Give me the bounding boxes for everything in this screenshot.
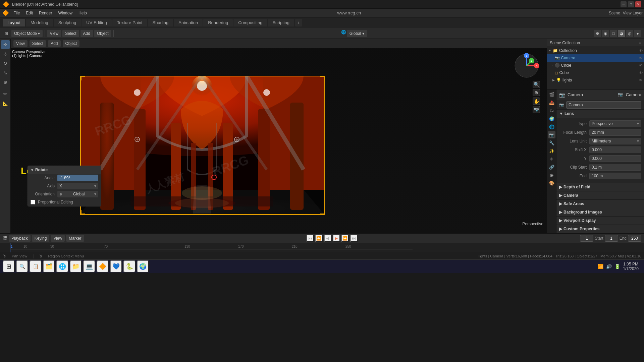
menu-render[interactable]: Render	[36, 10, 55, 16]
menu-help[interactable]: Help	[76, 10, 90, 16]
tab-compositing[interactable]: Compositing	[233, 19, 267, 26]
rotate-tool[interactable]: ↻	[1, 59, 10, 68]
shading-material[interactable]: ◎	[626, 30, 633, 37]
clip-end-value[interactable]: 100 m	[589, 173, 641, 179]
global-dropdown[interactable]: Global ▾	[347, 30, 367, 37]
outliner-item-lights[interactable]: ▶ 💡 lights 👁	[547, 76, 644, 84]
step-forward-button[interactable]: ⏩	[341, 235, 349, 242]
object-menu-button[interactable]: Object	[94, 30, 111, 37]
viewport-add-menu[interactable]: Add	[48, 40, 60, 47]
transform-gizmo-toggle[interactable]: ⚙	[594, 30, 601, 37]
tab-uv-editing[interactable]: UV Editing	[82, 19, 111, 26]
background-images-header[interactable]: ▶ Background Images	[556, 208, 644, 216]
viewport-view-menu[interactable]: View	[13, 40, 28, 47]
outliner-item-cube[interactable]: · ◻ Cube 👁	[547, 69, 644, 76]
outliner-item-camera[interactable]: · 📷 Camera 👁	[547, 54, 644, 62]
minimize-button[interactable]: ─	[621, 1, 627, 7]
jump-start-button[interactable]: ⏮	[307, 235, 314, 242]
tab-rendering[interactable]: Rendering	[203, 19, 233, 26]
tab-scripting[interactable]: Scripting	[268, 19, 294, 26]
mode-icons-button[interactable]: ⊞	[3, 30, 10, 37]
tab-animation[interactable]: Animation	[174, 19, 203, 26]
start-button[interactable]: ⊞	[3, 260, 15, 273]
object-mode-dropdown[interactable]: Object Mode ▾	[11, 30, 43, 37]
play-reverse-button[interactable]: ◀	[324, 235, 331, 242]
taskbar-cmd[interactable]: 💻	[83, 260, 95, 273]
tab-sculpting[interactable]: Sculpting	[54, 19, 81, 26]
annotate-tool[interactable]: ✏	[1, 89, 10, 98]
end-frame-input[interactable]	[628, 235, 641, 242]
navigation-gizmo[interactable]: Y X Z	[513, 52, 540, 79]
viewport-select-menu[interactable]: Select	[30, 40, 46, 47]
tab-shading[interactable]: Shading	[148, 19, 173, 26]
proportional-editing-checkbox[interactable]	[31, 200, 35, 204]
lens-section-header[interactable]: ▼ Lens	[556, 110, 644, 118]
shading-solid[interactable]: ◕	[618, 30, 625, 37]
constraints-tab[interactable]: 🔗	[548, 163, 555, 171]
timeline-ruler[interactable]: 1 10 30 70 130 170 210 250	[0, 243, 644, 252]
viewport-display-header[interactable]: ▶ Viewport Display	[556, 217, 644, 225]
shading-rendered[interactable]: ●	[634, 30, 641, 37]
outliner-item-collection[interactable]: ▼ 📁 Collection 👁	[547, 47, 644, 54]
object-properties-tab[interactable]: 📷	[548, 131, 555, 138]
render-properties-tab[interactable]: 🎬	[548, 91, 555, 98]
taskbar-edge[interactable]: 🌐	[56, 260, 68, 273]
transform-tool[interactable]: ⊕	[1, 78, 10, 86]
step-back-button[interactable]: ⏪	[315, 235, 323, 242]
angle-value[interactable]: -1.89°	[57, 175, 98, 181]
maximize-button[interactable]: □	[628, 1, 634, 7]
taskbar-files[interactable]: 📁	[70, 260, 82, 273]
add-workspace-button[interactable]: +	[295, 19, 302, 26]
keying-menu[interactable]: Keying	[32, 235, 50, 242]
particles-tab[interactable]: ✨	[548, 147, 555, 155]
shift-y-value[interactable]: 0.000	[589, 155, 641, 162]
taskbar-vscode[interactable]: 💙	[110, 260, 122, 273]
search-button[interactable]: 🔍	[16, 260, 28, 273]
taskbar-explorer[interactable]: 🗂️	[43, 260, 55, 273]
physics-tab[interactable]: ⚛	[548, 155, 555, 163]
cursor-tool[interactable]: ✛	[1, 40, 10, 49]
camera-name-input[interactable]: Camera	[566, 101, 641, 109]
measure-tool[interactable]: 📐	[1, 99, 10, 108]
focal-length-value[interactable]: 20 mm	[589, 129, 641, 136]
zoom-in-button[interactable]: 🔍	[533, 81, 540, 88]
taskbar-python[interactable]: 🐍	[123, 260, 136, 273]
current-frame-input[interactable]	[580, 235, 593, 242]
output-properties-tab[interactable]: 📤	[548, 99, 555, 106]
material-tab[interactable]: 🎨	[548, 179, 555, 187]
axis-dropdown[interactable]: X	[57, 183, 98, 189]
shift-x-value[interactable]: 0.000	[589, 146, 641, 153]
jump-end-button[interactable]: ⏭	[350, 235, 358, 242]
taskbar-blender[interactable]: 🔶	[97, 260, 109, 273]
scale-tool[interactable]: ⤡	[1, 68, 10, 77]
depth-of-field-header[interactable]: ▶ Depth of Field	[556, 183, 644, 191]
start-frame-input[interactable]	[605, 235, 618, 242]
type-dropdown[interactable]: Perspective	[589, 120, 641, 127]
camera-view-toggle[interactable]: 📷	[533, 106, 540, 113]
playback-menu[interactable]: Playback	[9, 235, 31, 242]
close-button[interactable]: ✕	[635, 1, 641, 7]
menu-edit[interactable]: Edit	[23, 10, 36, 16]
marker-menu[interactable]: Marker	[66, 235, 84, 242]
tab-texture-paint[interactable]: Texture Paint	[112, 19, 147, 26]
world-properties-tab[interactable]: 🌐	[548, 123, 555, 130]
data-properties-tab[interactable]: ◉	[548, 171, 555, 179]
menu-window[interactable]: Window	[55, 10, 75, 16]
menu-file[interactable]: File	[11, 10, 22, 16]
view-menu[interactable]: View	[51, 235, 65, 242]
orientation-dropdown[interactable]: ⊕ Global	[57, 191, 98, 197]
scene-properties-tab[interactable]: 🌍	[548, 115, 555, 122]
viewport-object-menu[interactable]: Object	[63, 40, 80, 47]
move-tool[interactable]: ⊹	[1, 50, 10, 58]
tab-layout[interactable]: Layout	[3, 19, 25, 26]
custom-properties-header[interactable]: ▶ Custom Properties	[556, 225, 644, 233]
modifier-properties-tab[interactable]: 🔧	[548, 139, 555, 146]
taskbar-chrome[interactable]: 🌍	[137, 260, 149, 273]
clip-start-value[interactable]: 0.1 m	[589, 164, 641, 171]
task-view-button[interactable]: 📋	[30, 260, 42, 273]
add-menu-button[interactable]: Add	[80, 30, 93, 37]
select-menu-button[interactable]: Select	[62, 30, 79, 37]
overlay-toggle[interactable]: ◉	[602, 30, 609, 37]
safe-areas-header[interactable]: ▶ Safe Areas	[556, 200, 644, 208]
clock[interactable]: 1:05 PM 1/7/2020	[623, 262, 639, 271]
